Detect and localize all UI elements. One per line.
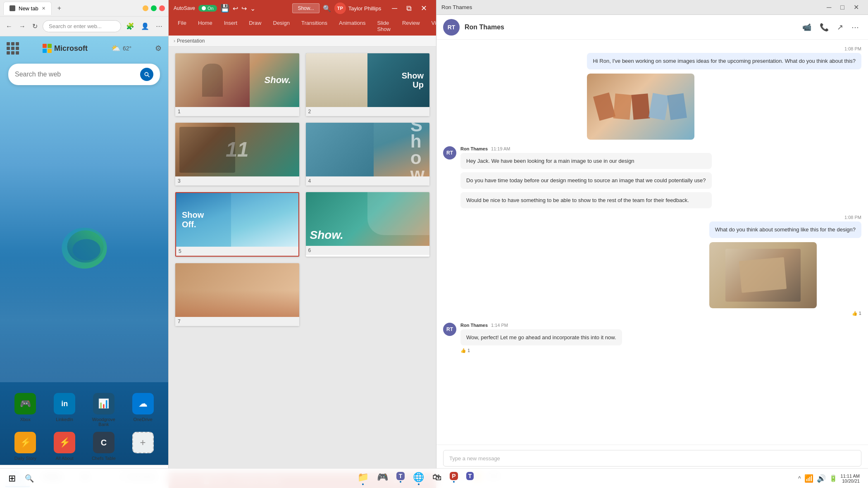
ribbon-tab-home[interactable]: Home (192, 17, 218, 36)
svg-point-2 (72, 239, 100, 260)
autosave-toggle[interactable]: On (198, 5, 217, 12)
taskbar-apps: 📁 🎮 T 🌐 🛍 P T (38, 470, 793, 487)
maximize-btn[interactable] (151, 5, 157, 11)
minimize-btn[interactable] (143, 5, 148, 11)
app-icon-daily-story[interactable]: ⚡ Daily Story (8, 432, 43, 461)
ppt-more-btn[interactable]: ⌄ (250, 5, 255, 12)
slide-thumb-7[interactable]: 7 (175, 263, 299, 326)
taskbar-app-explorer[interactable]: 📁 (354, 470, 372, 487)
extensions-btn[interactable]: 🧩 (124, 21, 136, 32)
teams-header: RT Ron Thames 📹 📞 ↗ ⋯ (436, 15, 868, 40)
taskbar-search-btn[interactable]: 🔍 (21, 472, 38, 485)
bg-mountains (0, 258, 168, 382)
grid-icon[interactable] (7, 42, 19, 55)
refresh-btn[interactable]: ↻ (31, 21, 39, 32)
taskbar-app-store[interactable]: 🛍 (429, 470, 445, 487)
teams2-icon: T (466, 472, 474, 480)
app-label-all-about: All About (55, 456, 73, 461)
settings-btn[interactable]: ⋯ (154, 21, 164, 32)
teams-win-controls: ─ □ ✕ (823, 2, 863, 12)
taskbar-app-teams[interactable]: T (393, 470, 408, 487)
tab-add-btn[interactable]: + (54, 3, 64, 14)
browser-titlebar: New tab ✕ + (0, 0, 168, 17)
app-icon-xbox[interactable]: 🎮 Xbox (8, 393, 43, 427)
ribbon-tab-file[interactable]: File (172, 17, 192, 36)
teams-minimize-btn[interactable]: ─ (823, 2, 835, 12)
ribbon-tab-slideshow[interactable]: Slide Show (371, 17, 396, 36)
address-bar[interactable]: Search or enter web... (43, 20, 121, 32)
ppt-win-controls: ─ ⧉ ✕ (388, 3, 431, 14)
app-icon-onedrive[interactable]: ☁ OneDrive (126, 393, 160, 427)
taskbar-app-ppt[interactable]: P (446, 470, 461, 487)
explorer-icon: 📁 (358, 472, 369, 483)
slide-thumb-6[interactable]: Show. 6 (306, 192, 430, 257)
chat-bubble-2b: Do you have time today before our design… (460, 172, 712, 189)
ribbon-tab-review[interactable]: Review (396, 17, 426, 36)
search-box[interactable] (8, 64, 160, 85)
app-icon-linkedin[interactable]: in LinkedIn (48, 393, 82, 427)
slide-thumb-5[interactable]: ShowOff. 5 (175, 192, 299, 257)
ppt-close-btn[interactable]: ✕ (417, 3, 431, 14)
ribbon-tab-transitions[interactable]: Transitions (296, 17, 333, 36)
teams-message-input[interactable]: Type a new message (443, 450, 861, 467)
slide-thumb-4[interactable]: Show 4 (306, 123, 430, 186)
close-btn[interactable] (159, 5, 165, 11)
ppt-minimize-btn[interactable]: ─ (388, 3, 401, 14)
ppt-user-name: Taylor Phillips (348, 5, 381, 12)
ppt-search-btn[interactable]: 🔍 (323, 5, 331, 12)
teams-share-btn[interactable]: ↗ (835, 20, 846, 34)
search-input[interactable] (15, 71, 136, 78)
chat-bubble-1: Hi Ron, I've been working on some images… (587, 53, 861, 69)
ribbon-tab-insert[interactable]: Insert (218, 17, 243, 36)
slide-6-text: Show. (310, 229, 343, 242)
slide-2-text: ShowUp (402, 71, 424, 89)
app-label-linkedin: LinkedIn (56, 417, 73, 422)
teams-maximize-btn[interactable]: □ (836, 2, 849, 12)
ribbon-tab-design[interactable]: Design (267, 17, 296, 36)
ppt-restore-btn[interactable]: ⧉ (402, 3, 416, 14)
ppt-save-btn[interactable]: 💾 (220, 4, 229, 13)
app-icon-add[interactable]: + (126, 432, 160, 461)
chat-avatar-2: RT (443, 146, 456, 159)
browser-addressbar: ← → ↻ Search or enter web... 🧩 👤 ⋯ (0, 17, 168, 36)
slide-7-content (175, 263, 299, 317)
ppt-show-btn[interactable]: Show... (292, 3, 319, 13)
ppt-undo-btn[interactable]: ↩ (233, 5, 238, 12)
ms-settings-btn[interactable]: ⚙ (155, 44, 162, 53)
ppt-titlebar: AutoSave On 💾 ↩ ↪ ⌄ Show... 🔍 TP Taylor … (169, 0, 436, 17)
teams-video-btn[interactable]: 📹 (800, 20, 814, 34)
xbox-icon: 🎮 (377, 472, 388, 483)
search-container (0, 60, 168, 92)
taskbar-app-edge[interactable]: 🌐 (410, 470, 427, 487)
app-icon-woodgrove[interactable]: 📊 Woodgrove Bank (87, 393, 121, 427)
teams-close-btn[interactable]: ✕ (849, 2, 863, 12)
tab-close-btn[interactable]: ✕ (42, 6, 45, 11)
explorer-indicator (362, 483, 364, 485)
chat-text-2a: Hey Jack. We have been looking for a mai… (466, 158, 634, 164)
taskbar-app-teams2[interactable]: T (463, 470, 477, 487)
ribbon-tab-animations[interactable]: Animations (333, 17, 371, 36)
ppt-redo-btn[interactable]: ↪ (241, 5, 247, 12)
ppt-icon: P (450, 472, 458, 480)
slide-thumb-1[interactable]: Show. 1 (175, 53, 299, 116)
slide-thumb-3[interactable]: 11 3 (175, 123, 299, 186)
browser-tab[interactable]: New tab ✕ (3, 2, 52, 15)
ppt-ribbon-tabs: File Home Insert Draw Design Transitions… (169, 17, 436, 36)
ribbon-tab-draw[interactable]: Draw (243, 17, 267, 36)
chat-meta-4: Ron Thames 1:14 PM (460, 323, 622, 328)
slide-5-num: 5 (176, 247, 298, 256)
profile-btn[interactable]: 👤 (139, 21, 151, 32)
slide-thumb-2[interactable]: ShowUp 2 (306, 53, 430, 116)
teams-call-btn[interactable]: 📞 (817, 20, 831, 34)
start-btn[interactable]: ⊞ (3, 471, 21, 486)
teams-more-btn[interactable]: ⋯ (849, 20, 861, 34)
taskbar-chevron[interactable]: ^ (798, 475, 801, 482)
search-submit-btn[interactable] (140, 68, 153, 81)
taskbar-app-xbox[interactable]: 🎮 (374, 470, 391, 487)
app-label-xbox: Xbox (20, 417, 31, 422)
back-btn[interactable]: ← (4, 21, 14, 32)
app-icon-all-about[interactable]: ⚡ All About (48, 432, 82, 461)
app-icon-chefs-table[interactable]: C Chefs Table (87, 432, 121, 461)
taskbar-system: ^ 📶 🔊 🔋 11:11 AM 10/20/21 (793, 474, 865, 483)
forward-btn[interactable]: → (17, 21, 27, 32)
